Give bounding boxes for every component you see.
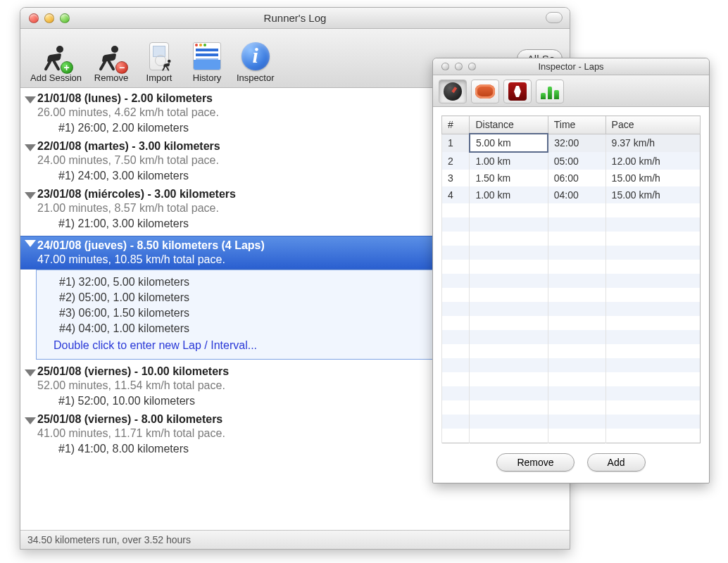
- inspector-window: Inspector - Laps # Distance Time Pace: [432, 58, 710, 483]
- col-distance[interactable]: Distance: [470, 116, 548, 134]
- cell-num: 1: [442, 134, 470, 152]
- cell-pace: 15.00 km/h: [605, 170, 700, 186]
- import-label: Import: [146, 72, 172, 83]
- col-num[interactable]: #: [442, 116, 470, 134]
- table-row-empty: [442, 386, 701, 400]
- cell-pace: 12.00 km/h: [605, 152, 700, 170]
- add-lap-button[interactable]: Add: [587, 453, 646, 472]
- table-row-empty: [442, 415, 701, 429]
- table-row-empty: [442, 246, 701, 260]
- cell-pace: 15.00 km/h: [605, 186, 700, 203]
- stopwatch-icon: [444, 82, 462, 101]
- import-button[interactable]: Import: [138, 39, 180, 84]
- bar-chart-icon: [541, 84, 559, 99]
- inspector-button[interactable]: i Inspector: [234, 39, 277, 84]
- disclosure-triangle-icon[interactable]: [25, 144, 36, 151]
- status-text: 34.50 kilometers run, over 3.52 hours: [27, 534, 191, 545]
- cell-time: 04:00: [548, 186, 605, 203]
- inspector-body: # Distance Time Pace 1 5.00 km 32:00 9.3…: [433, 107, 709, 483]
- track-icon: [475, 84, 495, 99]
- remove-lap-button[interactable]: Remove: [496, 453, 574, 472]
- info-icon: i: [240, 40, 271, 72]
- cell-distance: 1.50 km: [470, 170, 548, 186]
- table-row-empty: [442, 302, 701, 316]
- ipod-import-icon: [144, 40, 175, 72]
- table-row-empty: [442, 400, 701, 415]
- table-row-empty: [442, 203, 701, 217]
- remove-session-label: Remove: [94, 72, 128, 83]
- disclosure-triangle-icon[interactable]: [25, 369, 36, 377]
- inspector-toolbar: [433, 75, 709, 107]
- table-row-empty: [442, 358, 701, 372]
- history-window-icon: [192, 40, 222, 72]
- cell-pace: 9.37 km/h: [605, 134, 700, 152]
- disclosure-triangle-icon[interactable]: [25, 240, 36, 247]
- laps-table-header: # Distance Time Pace: [442, 116, 701, 134]
- laps-table[interactable]: # Distance Time Pace 1 5.00 km 32:00 9.3…: [441, 115, 701, 443]
- table-row-empty: [442, 330, 701, 344]
- table-row-empty: [442, 260, 701, 274]
- add-session-button[interactable]: + Add Session: [27, 39, 84, 84]
- table-row-empty: [442, 274, 701, 288]
- table-row-empty: [442, 429, 701, 443]
- table-row-empty: [442, 316, 701, 330]
- inspector-titlebar[interactable]: Inspector - Laps: [433, 58, 709, 75]
- inspector-buttons: Remove Add: [441, 453, 701, 472]
- history-label: History: [193, 72, 221, 83]
- disclosure-triangle-icon[interactable]: [25, 96, 36, 103]
- add-session-label: Add Session: [30, 72, 82, 83]
- table-row[interactable]: 1 5.00 km 32:00 9.37 km/h: [442, 134, 701, 152]
- cell-time: 05:00: [548, 152, 605, 170]
- remove-session-button[interactable]: − Remove: [90, 39, 132, 84]
- col-pace[interactable]: Pace: [605, 116, 700, 134]
- disclosure-triangle-icon[interactable]: [25, 417, 36, 424]
- table-row-empty: [442, 232, 701, 246]
- cell-num: 3: [442, 170, 470, 186]
- inspector-tab-runner[interactable]: [503, 80, 532, 103]
- inspector-title: Inspector - Laps: [433, 61, 709, 72]
- history-button[interactable]: History: [186, 39, 228, 84]
- table-row[interactable]: 2 1.00 km 05:00 12.00 km/h: [442, 152, 701, 170]
- cell-time: 32:00: [548, 134, 605, 152]
- table-row-empty: [442, 344, 701, 358]
- main-titlebar[interactable]: Runner's Log: [20, 8, 570, 29]
- status-bar: 34.50 kilometers run, over 3.52 hours: [20, 530, 570, 549]
- window-title: Runner's Log: [20, 12, 570, 24]
- inspector-label: Inspector: [237, 72, 274, 83]
- runner-remove-icon: −: [96, 40, 127, 72]
- inspector-tab-summary[interactable]: [439, 80, 467, 103]
- table-row-empty: [442, 372, 701, 386]
- cell-num: 4: [442, 186, 470, 203]
- cell-distance: 1.00 km: [470, 152, 548, 170]
- cell-num: 2: [442, 152, 470, 170]
- inspector-tab-laps[interactable]: [471, 80, 499, 103]
- inspector-tab-stats[interactable]: [536, 80, 564, 103]
- table-row[interactable]: 4 1.00 km 04:00 15.00 km/h: [442, 186, 701, 203]
- cell-time: 06:00: [548, 170, 605, 186]
- runner-card-icon: [508, 82, 527, 101]
- cell-distance-editing[interactable]: 5.00 km: [470, 134, 548, 152]
- table-row[interactable]: 3 1.50 km 06:00 15.00 km/h: [442, 170, 701, 186]
- table-row-empty: [442, 217, 701, 232]
- cell-distance: 1.00 km: [470, 186, 548, 203]
- runner-add-icon: +: [41, 40, 72, 72]
- table-row-empty: [442, 288, 701, 302]
- disclosure-triangle-icon[interactable]: [25, 192, 36, 199]
- toolbar-toggle-button[interactable]: [546, 12, 563, 23]
- col-time[interactable]: Time: [548, 116, 605, 134]
